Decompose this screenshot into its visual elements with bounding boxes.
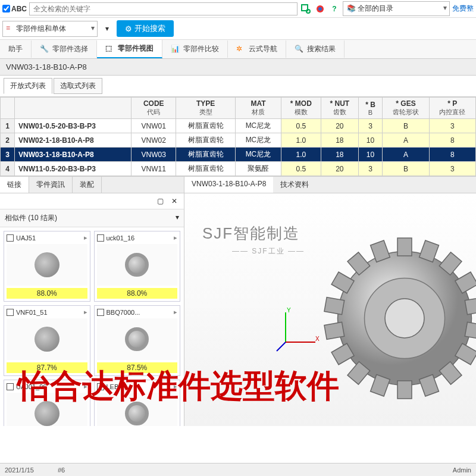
col-rownum: [1, 98, 15, 119]
thumb-header: UAJ01_96: [7, 383, 87, 390]
similar-thumb[interactable]: BBQ7000... 87.5%: [94, 305, 181, 376]
maximize-icon[interactable]: ▢: [154, 195, 166, 207]
similar-thumbs-grid: UAJ51 88.0%uck01_16 88.0%VNF01_51 87.7%B…: [0, 227, 184, 426]
table-row[interactable]: 4 VNW11-0.5-20-B3-B-P3 VNW11 树脂直齿轮 聚氨醛 0…: [1, 162, 476, 176]
row-num: 1: [1, 119, 15, 133]
watermark-sub: —— SJF工业 ——: [232, 246, 305, 256]
cell-code: VNW02: [131, 133, 176, 148]
thumb-name: VNF01_51: [16, 309, 48, 316]
tab-assistant[interactable]: 助手: [0, 40, 32, 58]
thumb-percent: 87.5%: [97, 362, 178, 373]
col-mat[interactable]: MAT材质: [236, 98, 281, 119]
tab-part-view[interactable]: ⬚ 零部件视图: [97, 40, 162, 58]
part-group-combo[interactable]: 零部件组和单体: [2, 21, 98, 37]
tab-search-results[interactable]: 🔍 搜索结果: [286, 40, 345, 58]
catalog-label: 全部的目录: [358, 4, 393, 12]
table-row[interactable]: 2 VNW02-1-18-B10-A-P8 VNW02 树脂直齿轮 MC尼龙 1…: [1, 133, 476, 148]
status-num: #6: [58, 466, 65, 474]
col-nut[interactable]: * NUT齿数: [321, 98, 358, 119]
abc-check-input[interactable]: [2, 5, 10, 12]
thumb-header: UAJ51: [7, 234, 87, 242]
combo-extra-icon[interactable]: ▾: [101, 23, 113, 35]
tab-label: 助手: [8, 44, 23, 54]
thumb-name: UAJ01_96: [16, 383, 46, 390]
close-pane-icon[interactable]: ✕: [168, 195, 180, 207]
col-code[interactable]: CODE代码: [131, 98, 176, 119]
col-b[interactable]: * BB: [358, 98, 383, 119]
svg-point-3: [318, 7, 322, 11]
thumb-header: LEB...: [97, 383, 178, 390]
cell-nut: 20: [321, 119, 358, 133]
thumb-header: VNF01_51: [7, 308, 87, 316]
cell-b: 3: [358, 162, 383, 176]
svg-rect-10: [397, 238, 412, 256]
col-ges[interactable]: * GES齿轮形状: [383, 98, 429, 119]
geo-search-icon[interactable]: [300, 3, 312, 15]
similar-thumb[interactable]: uck01_16 88.0%: [94, 231, 181, 302]
axis-gizmo: Y X: [274, 306, 321, 354]
list-tab-open[interactable]: 开放式列表: [4, 78, 52, 94]
tab-label: 搜索结果: [307, 44, 336, 54]
similar-thumb[interactable]: VNF01_51 87.7%: [4, 305, 90, 376]
cell-mod: 0.5: [281, 162, 321, 176]
thumb-percent: 88.0%: [7, 288, 87, 299]
catalog-dropdown[interactable]: 📚 全部的目录: [343, 1, 450, 16]
col-type[interactable]: TYPE类型: [176, 98, 236, 119]
left-tab-info[interactable]: 零件資訊: [29, 177, 73, 193]
svg-point-29: [385, 299, 424, 338]
free-link[interactable]: 免费整: [452, 4, 474, 14]
cube-icon: [97, 234, 104, 242]
row-name: VNW11-0.5-20-B3-B-P3: [15, 162, 131, 176]
left-tabs: 链接 零件資訊 装配: [0, 177, 184, 193]
list-mode-tabs: 开放式列表 选取式列表: [0, 76, 476, 97]
help-icon[interactable]: ?: [328, 3, 340, 15]
right-pane: VNW03-1-18-B10-A-P8 技术资料 SJF智能制造 —— SJF工…: [184, 177, 476, 426]
similar-thumb[interactable]: UAJ01_96 84.7%: [4, 380, 90, 426]
3d-viewer[interactable]: SJF智能制造 —— SJF工业 —— Y X: [184, 193, 476, 426]
row-name: VNW02-1-18-B10-A-P8: [15, 133, 131, 148]
status-bar: 2021/1/15 #6 Admin: [0, 463, 476, 476]
status-user: Admin: [453, 466, 471, 474]
color-search-icon[interactable]: [314, 3, 326, 15]
left-tab-asm[interactable]: 装配: [73, 177, 102, 193]
tab-part-select[interactable]: 🔧 零部件选择: [32, 40, 97, 58]
thumb-image: [97, 244, 178, 286]
cell-p: 3: [429, 162, 475, 176]
left-tab-link[interactable]: 链接: [0, 177, 29, 193]
row-name: VNW01-0.5-20-B3-B-P3: [15, 119, 131, 133]
viewer-tabs: VNW03-1-18-B10-A-P8 技术资料: [184, 177, 476, 193]
similar-thumb[interactable]: LEB... 84.3%: [94, 380, 181, 426]
cell-p: 8: [429, 148, 475, 162]
breadcrumb: VNW03-1-18-B10-A-P8: [0, 59, 476, 76]
tab-cloud-nav[interactable]: ✲ 云式导航: [228, 40, 286, 58]
thumb-image: [7, 393, 87, 426]
cube-icon: [7, 309, 14, 316]
cube-icon: [97, 383, 104, 390]
list-tab-select[interactable]: 选取式列表: [54, 78, 102, 94]
similar-thumb[interactable]: UAJ51 88.0%: [4, 231, 90, 302]
cube-icon: [7, 234, 14, 242]
table-row[interactable]: 1 VNW01-0.5-20-B3-B-P3 VNW01 树脂直齿轮 MC尼龙 …: [1, 119, 476, 133]
abc-label: ABC: [11, 5, 27, 13]
cell-code: VNW01: [131, 119, 176, 133]
cell-p: 3: [429, 119, 475, 133]
abc-checkbox[interactable]: ABC: [2, 5, 27, 13]
thumb-image: [97, 318, 178, 360]
fulltext-search-input[interactable]: [29, 2, 298, 15]
start-search-button[interactable]: ⚙ 开始搜索: [117, 20, 174, 37]
pane-tools: ▢ ✕: [0, 193, 184, 209]
cell-ges: A: [383, 133, 429, 148]
viewer-tab-model[interactable]: VNW03-1-18-B10-A-P8: [184, 177, 273, 193]
similar-parts-header[interactable]: 相似件 (10 结果): [0, 209, 184, 227]
tab-label: 零部件视图: [118, 43, 154, 54]
row-num: 4: [1, 162, 15, 176]
results-icon: 🔍: [295, 45, 304, 54]
cell-p: 8: [429, 133, 475, 148]
cell-b: 10: [358, 148, 383, 162]
col-mod[interactable]: * MOD模数: [281, 98, 321, 119]
cell-mat: MC尼龙: [236, 133, 281, 148]
col-p[interactable]: * P内控直径: [429, 98, 475, 119]
table-row[interactable]: 3 VNW03-1-18-B10-A-P8 VNW03 树脂直齿轮 MC尼龙 1…: [1, 148, 476, 162]
viewer-tab-tech[interactable]: 技术资料: [273, 177, 316, 193]
tab-part-compare[interactable]: 📊 零部件比较: [162, 40, 228, 58]
